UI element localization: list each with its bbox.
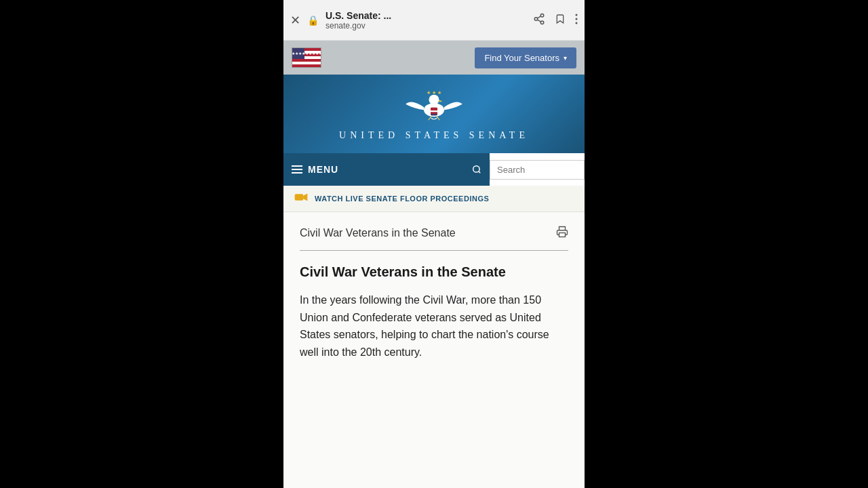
article-title: Civil War Veterans in the Senate	[300, 263, 568, 281]
hamburger-icon	[292, 165, 302, 174]
senate-wordmark: UNITED STATES SENATE	[339, 130, 529, 141]
svg-rect-13	[431, 110, 437, 113]
page-title-row: Civil War Veterans in the Senate	[300, 226, 568, 241]
menu-button[interactable]: MENU	[292, 157, 338, 182]
svg-rect-22	[559, 233, 566, 237]
svg-rect-14	[431, 113, 437, 115]
menu-label: MENU	[308, 164, 338, 175]
svg-line-19	[479, 171, 481, 174]
find-senators-label: Find Your Senators	[484, 53, 559, 63]
browser-chrome: ✕ 🔒 U.S. Senate: ... senate.gov	[283, 0, 585, 41]
svg-point-18	[473, 166, 479, 172]
find-senators-button[interactable]: Find Your Senators ▾	[475, 47, 576, 68]
url-bar[interactable]: U.S. Senate: ... senate.gov	[326, 10, 526, 30]
search-container	[464, 153, 585, 186]
browser-action-icons	[533, 13, 578, 28]
nav-bar: MENU	[283, 153, 585, 186]
live-proceedings-bar[interactable]: WATCH LIVE SENATE FLOOR PROCEEDINGS	[283, 186, 585, 212]
svg-point-6	[576, 18, 578, 20]
lock-icon: 🔒	[307, 15, 319, 26]
right-black-bar	[585, 0, 868, 488]
svg-line-16	[437, 117, 439, 120]
camera-icon	[294, 192, 308, 205]
senate-logo: ★ ★ ★ UNITED STATES SENATE	[339, 87, 529, 141]
us-flag-icon: ★★★★★★★★★★★★★★★★★★★★★★★★★★★★★★★★★★★★★★★★…	[292, 47, 321, 68]
svg-point-5	[576, 14, 578, 16]
browser-more-icon[interactable]	[575, 13, 578, 28]
svg-point-9	[429, 95, 439, 105]
svg-rect-12	[431, 108, 437, 110]
content-area: Civil War Veterans in the Senate Civil W…	[283, 212, 585, 488]
svg-marker-21	[303, 194, 307, 201]
content-divider	[300, 250, 568, 251]
svg-line-4	[537, 16, 540, 18]
page-tab-title: U.S. Senate: ...	[326, 10, 526, 21]
svg-point-2	[540, 21, 544, 24]
page-title: Civil War Veterans in the Senate	[300, 227, 456, 239]
left-black-bar	[0, 0, 283, 488]
svg-point-0	[540, 14, 544, 17]
svg-point-1	[534, 17, 538, 20]
svg-rect-20	[295, 194, 303, 200]
svg-line-15	[429, 117, 431, 120]
svg-text:★ ★ ★: ★ ★ ★	[427, 90, 441, 95]
bookmark-icon[interactable]	[555, 13, 566, 28]
article-body: In the years following the Civil War, mo…	[300, 291, 568, 361]
close-tab-button[interactable]: ✕	[290, 13, 300, 28]
senate-website: ★★★★★★★★★★★★★★★★★★★★★★★★★★★★★★★★★★★★★★★★…	[283, 41, 585, 488]
search-input[interactable]	[490, 160, 585, 180]
svg-marker-10	[439, 100, 443, 102]
browser-domain: senate.gov	[326, 21, 526, 30]
search-submit-button[interactable]	[464, 153, 490, 186]
live-proceedings-text: WATCH LIVE SENATE FLOOR PROCEEDINGS	[315, 195, 489, 203]
search-icon	[472, 165, 481, 174]
share-icon[interactable]	[533, 13, 545, 28]
senate-header-banner: ★ ★ ★ UNITED STATES SENATE	[283, 75, 585, 153]
utility-bar: ★★★★★★★★★★★★★★★★★★★★★★★★★★★★★★★★★★★★★★★★…	[283, 41, 585, 75]
chevron-down-icon: ▾	[564, 54, 567, 62]
eagle-icon: ★ ★ ★	[400, 87, 468, 127]
svg-line-3	[537, 20, 540, 22]
video-camera-icon	[294, 192, 308, 202]
print-icon[interactable]	[556, 226, 568, 241]
phone-frame: ✕ 🔒 U.S. Senate: ... senate.gov	[283, 0, 585, 488]
svg-point-7	[576, 22, 578, 24]
